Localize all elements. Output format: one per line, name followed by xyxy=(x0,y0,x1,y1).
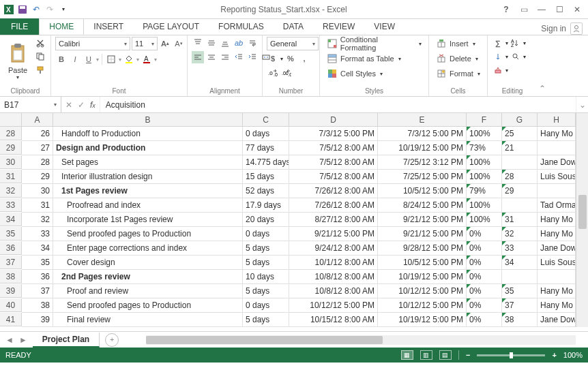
row-header[interactable]: 40 xyxy=(0,298,22,312)
cell[interactable]: Tad Orma xyxy=(538,198,576,213)
zoom-level[interactable]: 100% xyxy=(563,351,583,359)
cell[interactable]: 10/19/12 5:00 PM xyxy=(378,313,467,327)
sign-in-link[interactable]: Sign in xyxy=(541,24,566,33)
cell[interactable]: 35 xyxy=(22,256,53,270)
format-painter-button[interactable] xyxy=(34,64,46,76)
cell[interactable] xyxy=(502,155,538,170)
cell[interactable]: 52 days xyxy=(243,184,289,198)
cell[interactable]: 32 xyxy=(502,227,538,241)
zoom-slider[interactable] xyxy=(477,354,545,356)
cell[interactable]: 37 xyxy=(502,298,538,313)
save-button[interactable] xyxy=(16,3,29,16)
cell[interactable]: Send proofed pages to Production xyxy=(53,298,243,313)
borders-button[interactable] xyxy=(105,53,117,65)
cell[interactable]: 30 xyxy=(22,184,53,198)
increase-font-button[interactable]: A▴ xyxy=(159,37,171,50)
cell[interactable]: 38 xyxy=(502,313,538,327)
format-cells-button[interactable]: Format▾ xyxy=(433,67,483,80)
cell[interactable]: 28 xyxy=(22,155,53,170)
cell[interactable]: Luis Sous xyxy=(538,256,576,270)
cell[interactable]: 35 xyxy=(502,284,538,298)
align-bottom-button[interactable] xyxy=(219,37,231,49)
cell[interactable]: Cover design xyxy=(53,256,243,270)
cell[interactable]: 10/5/12 5:00 PM xyxy=(378,184,467,198)
cell[interactable] xyxy=(502,198,538,213)
close-icon[interactable]: ✕ xyxy=(569,3,585,16)
cell[interactable]: 7/3/12 5:00 PM xyxy=(289,127,378,141)
help-icon[interactable]: ? xyxy=(498,3,514,16)
fill-color-button[interactable] xyxy=(123,53,135,65)
cell[interactable]: 9/21/12 5:00 PM xyxy=(378,213,467,227)
increase-indent-button[interactable] xyxy=(246,51,259,63)
number-format-combo[interactable]: General▾ xyxy=(267,37,319,50)
cell[interactable]: 38 xyxy=(22,298,53,313)
cell[interactable]: 9/21/12 5:00 PM xyxy=(378,227,467,241)
sheet-tab-project-plan[interactable]: Project Plan xyxy=(33,333,100,348)
column-header[interactable]: C xyxy=(243,113,289,127)
cell[interactable]: 100% xyxy=(467,127,502,141)
orientation-button[interactable]: ab xyxy=(233,37,245,49)
cell[interactable]: Interior illustration design xyxy=(53,170,243,184)
sheet-nav-prev-icon[interactable]: ◄ xyxy=(5,335,14,345)
cell[interactable] xyxy=(538,141,576,155)
maximize-icon[interactable]: ☐ xyxy=(551,3,568,16)
cell[interactable]: 0 days xyxy=(243,227,289,241)
cell[interactable]: 7/25/12 3:12 PM xyxy=(378,155,467,170)
cell[interactable]: 25 xyxy=(502,127,538,141)
cell[interactable]: 29 xyxy=(22,170,53,184)
cell[interactable]: 5 days xyxy=(243,241,289,256)
cell[interactable]: 20 days xyxy=(243,213,289,227)
row-header[interactable]: 41 xyxy=(0,313,22,326)
cell[interactable]: 77 days xyxy=(243,141,289,155)
cell[interactable]: 0 days xyxy=(243,298,289,313)
cell[interactable]: 100% xyxy=(467,170,502,184)
vertical-scrollbar[interactable] xyxy=(576,113,588,327)
fx-icon[interactable]: fx xyxy=(90,100,95,110)
cell[interactable]: 29 xyxy=(502,184,538,198)
cell[interactable]: 10/19/12 5:00 PM xyxy=(378,270,467,284)
tab-review[interactable]: REVIEW xyxy=(313,18,364,35)
cell[interactable]: 37 xyxy=(22,284,53,298)
cell[interactable]: 34 xyxy=(22,241,53,256)
cell[interactable]: 0% xyxy=(467,241,502,256)
cell[interactable]: Incorporate 1st Pages review xyxy=(53,213,243,227)
cell[interactable]: 2nd Pages review xyxy=(53,270,243,284)
name-box[interactable]: B17▾ xyxy=(0,97,61,112)
zoom-in-button[interactable]: + xyxy=(552,351,556,359)
align-top-button[interactable] xyxy=(192,37,204,49)
cell[interactable]: 10/12/12 5:00 PM xyxy=(378,284,467,298)
cell[interactable]: 100% xyxy=(467,213,502,227)
cell[interactable] xyxy=(502,270,538,284)
tab-view[interactable]: VIEW xyxy=(364,18,405,35)
column-header[interactable]: H xyxy=(538,113,576,127)
cell[interactable]: 0% xyxy=(467,256,502,270)
cell[interactable]: 33 xyxy=(502,241,538,256)
column-header[interactable]: F xyxy=(467,113,502,127)
cell[interactable]: 10/12/12 5:00 PM xyxy=(289,298,378,313)
find-select-button[interactable] xyxy=(510,50,522,63)
decrease-font-button[interactable]: A▾ xyxy=(173,37,185,50)
cell[interactable]: 0% xyxy=(467,270,502,284)
cell[interactable]: 9/21/12 5:00 PM xyxy=(289,227,378,241)
cell[interactable]: 0 days xyxy=(243,127,289,141)
italic-button[interactable]: I xyxy=(69,53,81,65)
sort-filter-button[interactable]: AZ xyxy=(510,37,522,49)
cell[interactable]: Hany Mo xyxy=(538,298,576,313)
column-header[interactable]: D xyxy=(289,113,378,127)
cell[interactable]: Luis Sous xyxy=(538,170,576,184)
cell[interactable]: 7/5/12 8:00 AM xyxy=(289,141,378,155)
paste-button[interactable]: Paste ▾ xyxy=(4,37,31,80)
row-header[interactable]: 37 xyxy=(0,256,22,269)
cell[interactable]: Enter page corrections and index xyxy=(53,241,243,256)
cell[interactable]: 0% xyxy=(467,284,502,298)
cell-styles-button[interactable]: Cell Styles▾ xyxy=(324,67,385,80)
cut-button[interactable] xyxy=(34,37,46,49)
align-center-button[interactable] xyxy=(205,51,218,63)
align-right-button[interactable] xyxy=(219,51,231,63)
horizontal-scrollbar[interactable] xyxy=(146,335,576,345)
column-header[interactable]: E xyxy=(378,113,467,127)
cell[interactable]: 28 xyxy=(502,170,538,184)
align-middle-button[interactable] xyxy=(205,37,218,49)
cell[interactable] xyxy=(538,270,576,284)
cell[interactable]: 26 xyxy=(22,127,53,141)
